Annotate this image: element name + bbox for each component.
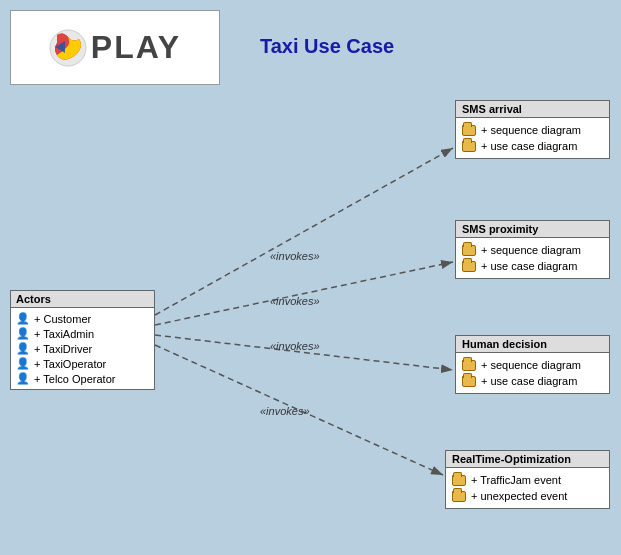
arrow-realtime bbox=[155, 345, 443, 475]
logo-icon bbox=[49, 29, 87, 67]
usecase-item: + TrafficJam event bbox=[452, 472, 603, 488]
actor-icon: 👤 bbox=[16, 357, 30, 370]
page-title: Taxi Use Case bbox=[260, 35, 394, 58]
usecase-item: + use case diagram bbox=[462, 258, 603, 274]
actor-taxiadmin: + TaxiAdmin bbox=[34, 328, 94, 340]
realtime-item2: + unexpected event bbox=[471, 490, 567, 502]
realtime-optimization-box[interactable]: RealTime-Optimization + TrafficJam event… bbox=[445, 450, 610, 509]
sms-proximity-header: SMS proximity bbox=[456, 221, 609, 238]
invokes-label-4: «invokes» bbox=[260, 405, 310, 417]
usecase-item: + sequence diagram bbox=[462, 242, 603, 258]
realtime-optimization-header: RealTime-Optimization bbox=[446, 451, 609, 468]
logo-text: PLAY bbox=[91, 29, 181, 66]
logo-area: PLAY bbox=[10, 10, 220, 85]
folder-icon bbox=[462, 261, 476, 272]
sms-proximity-body: + sequence diagram + use case diagram bbox=[456, 238, 609, 278]
sms-arrival-body: + sequence diagram + use case diagram bbox=[456, 118, 609, 158]
folder-icon bbox=[462, 245, 476, 256]
actors-body: 👤 + Customer 👤 + TaxiAdmin 👤 + TaxiDrive… bbox=[11, 308, 154, 389]
human-decision-item2: + use case diagram bbox=[481, 375, 577, 387]
usecase-item: + sequence diagram bbox=[462, 357, 603, 373]
actors-box: Actors 👤 + Customer 👤 + TaxiAdmin 👤 + Ta… bbox=[10, 290, 155, 390]
folder-icon bbox=[452, 475, 466, 486]
human-decision-box[interactable]: Human decision + sequence diagram + use … bbox=[455, 335, 610, 394]
folder-icon bbox=[462, 141, 476, 152]
actor-taxidriver: + TaxiDriver bbox=[34, 343, 92, 355]
folder-icon bbox=[452, 491, 466, 502]
human-decision-item1: + sequence diagram bbox=[481, 359, 581, 371]
sms-proximity-item2: + use case diagram bbox=[481, 260, 577, 272]
arrow-human-decision bbox=[155, 335, 453, 370]
actor-taxioperator: + TaxiOperator bbox=[34, 358, 106, 370]
usecase-item: + use case diagram bbox=[462, 373, 603, 389]
sms-arrival-header: SMS arrival bbox=[456, 101, 609, 118]
logo: PLAY bbox=[49, 29, 181, 67]
realtime-item1: + TrafficJam event bbox=[471, 474, 561, 486]
actor-customer: + Customer bbox=[34, 313, 91, 325]
invokes-label-2: «invokes» bbox=[270, 295, 320, 307]
actor-icon: 👤 bbox=[16, 342, 30, 355]
actor-icon: 👤 bbox=[16, 372, 30, 385]
actor-item: 👤 + Telco Operator bbox=[16, 371, 149, 386]
actor-item: 👤 + TaxiOperator bbox=[16, 356, 149, 371]
human-decision-header: Human decision bbox=[456, 336, 609, 353]
sms-arrival-item1: + sequence diagram bbox=[481, 124, 581, 136]
folder-icon bbox=[462, 360, 476, 371]
actor-item: 👤 + TaxiAdmin bbox=[16, 326, 149, 341]
actor-icon: 👤 bbox=[16, 312, 30, 325]
sms-arrival-item2: + use case diagram bbox=[481, 140, 577, 152]
usecase-item: + use case diagram bbox=[462, 138, 603, 154]
realtime-optimization-body: + TrafficJam event + unexpected event bbox=[446, 468, 609, 508]
actors-header: Actors bbox=[11, 291, 154, 308]
actor-item: 👤 + TaxiDriver bbox=[16, 341, 149, 356]
arrow-sms-proximity bbox=[155, 262, 453, 325]
arrow-sms-arrival bbox=[155, 148, 453, 315]
actor-item: 👤 + Customer bbox=[16, 311, 149, 326]
human-decision-body: + sequence diagram + use case diagram bbox=[456, 353, 609, 393]
usecase-item: + unexpected event bbox=[452, 488, 603, 504]
sms-proximity-box[interactable]: SMS proximity + sequence diagram + use c… bbox=[455, 220, 610, 279]
sms-proximity-item1: + sequence diagram bbox=[481, 244, 581, 256]
usecase-item: + sequence diagram bbox=[462, 122, 603, 138]
actor-telco: + Telco Operator bbox=[34, 373, 115, 385]
invokes-label-1: «invokes» bbox=[270, 250, 320, 262]
invokes-label-3: «invokes» bbox=[270, 340, 320, 352]
actor-icon: 👤 bbox=[16, 327, 30, 340]
sms-arrival-box[interactable]: SMS arrival + sequence diagram + use cas… bbox=[455, 100, 610, 159]
folder-icon bbox=[462, 376, 476, 387]
folder-icon bbox=[462, 125, 476, 136]
